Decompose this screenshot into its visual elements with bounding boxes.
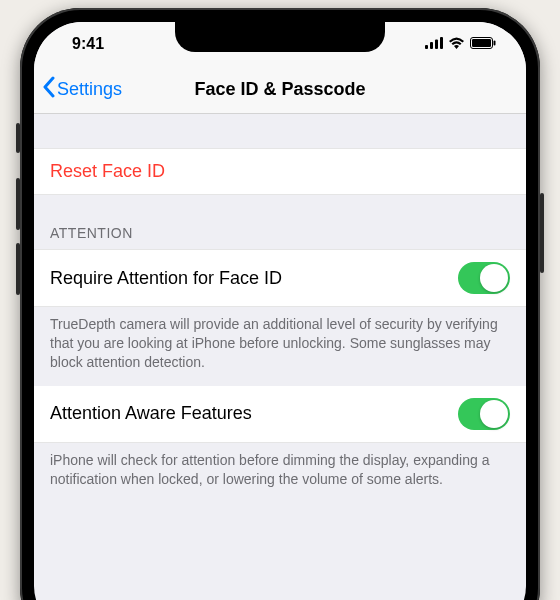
svg-rect-3 — [440, 37, 443, 49]
reset-face-id-row[interactable]: Reset Face ID — [34, 148, 526, 195]
toggle-knob — [480, 400, 508, 428]
svg-rect-5 — [472, 39, 491, 47]
back-button[interactable]: Settings — [42, 76, 122, 103]
toggle-knob — [480, 264, 508, 292]
require-attention-toggle[interactable] — [458, 262, 510, 294]
spacer — [34, 195, 526, 207]
attention-aware-toggle[interactable] — [458, 398, 510, 430]
screen: 9:41 Settings Face ID & Passcod — [34, 22, 526, 600]
notch — [175, 22, 385, 52]
back-label: Settings — [57, 79, 122, 100]
cellular-icon — [425, 35, 443, 53]
require-attention-label: Require Attention for Face ID — [50, 268, 282, 289]
power-button[interactable] — [540, 193, 544, 273]
volume-down-button[interactable] — [16, 243, 20, 295]
volume-up-button[interactable] — [16, 178, 20, 230]
page-title: Face ID & Passcode — [194, 79, 365, 100]
require-attention-footer: TrueDepth camera will provide an additio… — [34, 307, 526, 386]
require-attention-row[interactable]: Require Attention for Face ID — [34, 249, 526, 307]
svg-rect-6 — [494, 41, 496, 46]
status-time: 9:41 — [60, 35, 104, 53]
spacer — [34, 114, 526, 148]
battery-icon — [470, 35, 496, 53]
reset-face-id-label: Reset Face ID — [50, 161, 165, 182]
svg-rect-1 — [430, 42, 433, 49]
svg-rect-2 — [435, 40, 438, 50]
nav-bar: Settings Face ID & Passcode — [34, 66, 526, 114]
wifi-icon — [448, 35, 465, 53]
status-indicators — [425, 35, 500, 53]
attention-aware-footer: iPhone will check for attention before d… — [34, 443, 526, 503]
attention-section-header: ATTENTION — [34, 207, 526, 249]
attention-aware-label: Attention Aware Features — [50, 403, 252, 424]
phone-frame: 9:41 Settings Face ID & Passcod — [20, 8, 540, 600]
svg-rect-0 — [425, 45, 428, 49]
settings-content: Reset Face ID ATTENTION Require Attentio… — [34, 114, 526, 502]
attention-aware-row[interactable]: Attention Aware Features — [34, 386, 526, 443]
chevron-left-icon — [42, 76, 55, 103]
mute-switch[interactable] — [16, 123, 20, 153]
